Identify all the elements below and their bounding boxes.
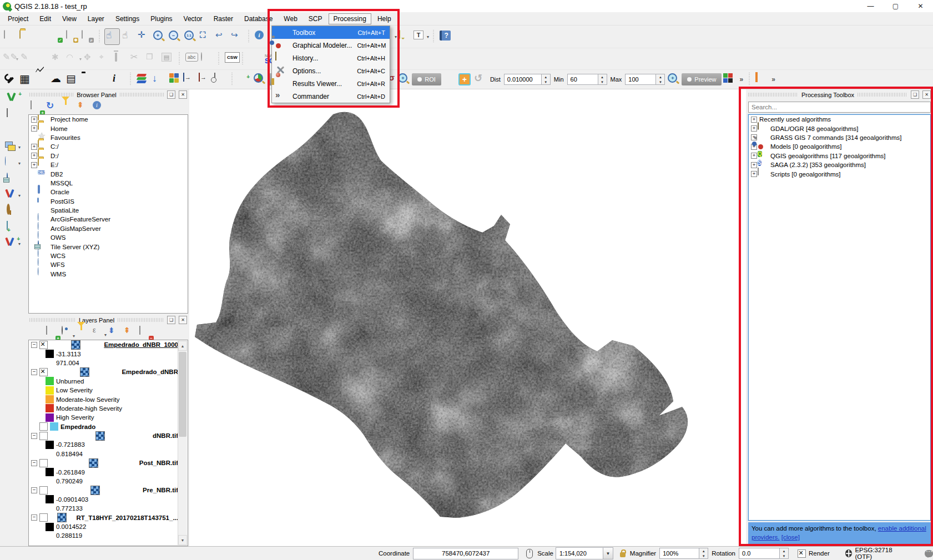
paste-button[interactable]: ▤ (160, 51, 175, 67)
layer-visibility-checkbox[interactable] (39, 513, 48, 522)
expander-icon[interactable]: − (31, 369, 37, 375)
toolbox-item-gdal-ogr--48-geoalgorithms-[interactable]: +GDAL/OGR [48 geoalgorithms] (749, 124, 930, 133)
expander-icon[interactable]: + (751, 153, 757, 159)
browser-item-wms[interactable]: +WMS (29, 270, 188, 279)
close-panel-button[interactable]: ✕ (922, 90, 931, 99)
export-out-button[interactable] (198, 72, 212, 87)
map-tips-button[interactable] (398, 29, 412, 44)
scale-combo-arrow[interactable]: ▼ (603, 547, 613, 559)
curve-tool-button[interactable] (7, 125, 19, 137)
menubar-item-raster[interactable]: Raster (209, 13, 238, 24)
text-annotation-dropdown-arrow[interactable]: ▾ (427, 34, 429, 39)
layer-styling-button[interactable] (31, 326, 43, 339)
menubar-item-database[interactable]: Database (239, 13, 278, 24)
legend-item--0-721883[interactable]: -0.721883 (29, 440, 178, 449)
move-feature-button[interactable]: ✥ (83, 51, 97, 67)
filter-legend-button[interactable] (77, 326, 89, 339)
roi-polygon-button[interactable]: + (237, 72, 251, 87)
text-annotation-button[interactable]: T▾ (413, 29, 429, 44)
menubar-item-scp[interactable]: SCP (304, 13, 327, 24)
circular-string-button[interactable]: ◠▾ (66, 51, 82, 67)
layer-visibility-checkbox[interactable] (39, 341, 48, 349)
expander-icon[interactable]: + (31, 153, 37, 159)
toolbar-overflow-chevron[interactable]: » (771, 76, 775, 83)
menu-item-commander[interactable]: »CommanderCtrl+Alt+D (272, 90, 390, 103)
close-button[interactable]: ✕ (908, 0, 933, 12)
save-project-button[interactable] (34, 29, 48, 44)
legend-item-moderate-low-severity[interactable]: Moderate-low Severity (29, 395, 178, 403)
magnifier-spin[interactable]: 100% (659, 548, 699, 559)
browser-item-arcgisfeatureserver[interactable]: +ArcGisFeatureServer (29, 215, 188, 224)
report-black-button[interactable]: ▤ (65, 72, 79, 87)
render-checkbox[interactable] (798, 549, 806, 558)
rect-plus-button[interactable] (7, 221, 19, 234)
vee-multi-dropdown-arrow[interactable]: ▾ (18, 193, 21, 198)
zoom-next-button[interactable]: ↪ (230, 29, 244, 44)
menu-item-options---[interactable]: Options...Ctrl+Alt+C (272, 64, 390, 77)
expander-icon[interactable]: − (31, 433, 37, 439)
profile-black-button[interactable] (34, 72, 48, 87)
rgb-plus-button[interactable] (722, 72, 737, 87)
mosaic-button[interactable] (167, 72, 181, 87)
manage-visibility-button[interactable]: ▾ (62, 326, 74, 339)
browser-item-spatialite[interactable]: +SpatiaLite (29, 206, 188, 215)
roi-cursor-button[interactable] (442, 72, 456, 87)
legend-item-0-790249[interactable]: 0.790249 (29, 477, 178, 486)
toolbox-item-models--0-geoalgorithms-[interactable]: +Models [0 geoalgorithms] (749, 142, 930, 151)
cut-button[interactable]: ✂ (129, 51, 144, 67)
legend-item--0-261849[interactable]: -0.261849 (29, 467, 178, 476)
menubar-item-processing[interactable]: Processing (329, 13, 371, 24)
layer-diagram-button[interactable] (200, 51, 214, 67)
menubar-item-view[interactable]: View (57, 13, 82, 24)
help-button[interactable]: ? (438, 29, 453, 44)
preview-radio[interactable] (687, 77, 692, 82)
add-feature-button[interactable]: ✱ (51, 51, 65, 67)
new-project-button[interactable] (3, 29, 17, 44)
layer-row-rt-t18hyf-20170218t143751----[interactable]: −RT_T18HYF_20170218T143751_... (29, 513, 178, 522)
browser-item-home[interactable]: +Home (29, 124, 188, 133)
scale-lock-icon[interactable] (620, 552, 626, 557)
close-panel-button[interactable]: ✕ (179, 316, 187, 324)
refresh-button[interactable]: ↻ (46, 101, 58, 113)
zoom-plus-cyan-button[interactable]: + (397, 72, 411, 87)
menubar-item-edit[interactable]: Edit (34, 13, 56, 24)
collapse-all-button[interactable]: ⇞ (124, 326, 136, 339)
legend-item-971-004[interactable]: 971.004 (29, 359, 178, 367)
crs-status-icon[interactable] (845, 549, 853, 557)
legend-item-0-772133[interactable]: 0.772133 (29, 504, 178, 513)
browser-item-oracle[interactable]: +Oracle (29, 188, 188, 196)
min-spin-arrows[interactable]: ▲▼ (598, 74, 607, 85)
expander-icon[interactable]: + (31, 162, 37, 168)
measure-dropdown-arrow[interactable]: ▾ (395, 34, 397, 39)
pan-selection-button[interactable]: ✛ (137, 29, 151, 44)
copy-button[interactable]: ❐ (145, 51, 159, 67)
pan-map-button[interactable]: ☝ (121, 29, 135, 44)
browser-item-e--[interactable]: +E:/ (29, 160, 188, 169)
toolbox-item-grass-gis-7-commands--314-geoalgorithms-[interactable]: +GRASS GIS 7 commands [314 geoalgorithms… (749, 133, 930, 142)
menubar-item-help[interactable]: Help (372, 13, 396, 24)
map-canvas[interactable] (189, 89, 746, 546)
globe-tool-dropdown-arrow[interactable]: ▾ (18, 161, 21, 166)
legend-item-high-severity[interactable]: High Severity (29, 413, 178, 422)
save-project-as-button[interactable]: ✓ (49, 29, 64, 44)
key-tool-button[interactable] (7, 205, 19, 218)
composer-manager-button[interactable]: ⌕ (80, 29, 95, 44)
legend-item-moderate-high-severity[interactable]: Moderate-high Severity (29, 404, 178, 413)
undo-refresh-button[interactable]: ↺ (473, 72, 487, 87)
grid-orange-button[interactable] (754, 72, 769, 87)
expander-icon[interactable]: + (751, 125, 757, 132)
expander-icon[interactable]: + (751, 117, 757, 123)
toolbox-search-input[interactable] (748, 102, 931, 113)
open-project-button[interactable] (18, 29, 33, 44)
max-value[interactable]: 100 (625, 74, 656, 85)
band-set-button[interactable] (135, 72, 150, 87)
cloud-black-button[interactable]: ☁ (49, 72, 64, 87)
save-edits-button[interactable] (35, 51, 49, 67)
menu-item-results-viewer---[interactable]: Results Viewer...Ctrl+Alt+R (272, 77, 390, 90)
vee-multi-plus-button[interactable]: +▾ (5, 238, 21, 250)
layer-row-dnbr-tif[interactable]: −dNBR.tif (29, 431, 178, 440)
browser-item-tile-server--xyz-[interactable]: +Tile Server (XYZ) (29, 242, 188, 251)
zoom-in-button[interactable]: + (152, 29, 167, 44)
crs-label[interactable]: EPSG:32718 (OTF) (855, 547, 905, 560)
capture-image-button[interactable] (213, 72, 228, 87)
